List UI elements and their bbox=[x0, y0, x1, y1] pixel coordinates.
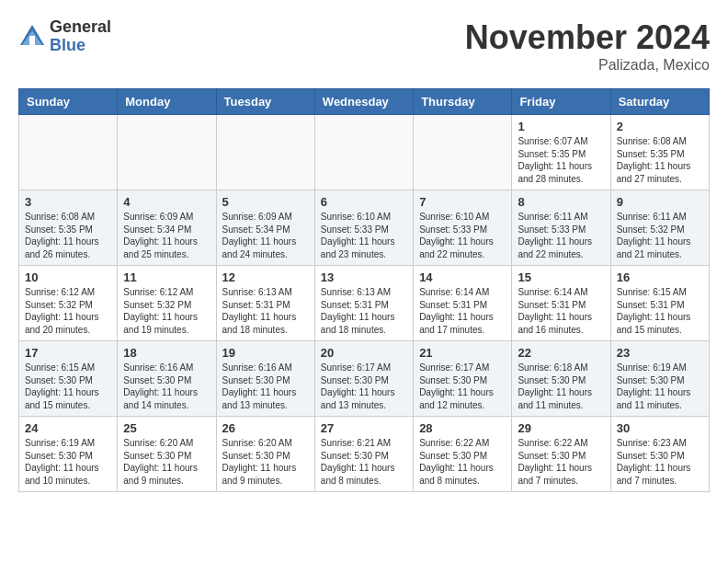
calendar-day-cell: 3Sunrise: 6:08 AMSunset: 5:35 PMDaylight… bbox=[19, 190, 118, 266]
day-info: Sunrise: 6:10 AMSunset: 5:33 PMDaylight:… bbox=[321, 211, 407, 260]
day-number: 13 bbox=[321, 270, 407, 284]
calendar-day-cell bbox=[414, 115, 512, 190]
day-info: Sunrise: 6:17 AMSunset: 5:30 PMDaylight:… bbox=[419, 362, 506, 411]
day-info: Sunrise: 6:13 AMSunset: 5:31 PMDaylight:… bbox=[222, 286, 309, 336]
day-number: 30 bbox=[617, 421, 703, 435]
day-number: 5 bbox=[222, 195, 309, 209]
day-number: 10 bbox=[25, 270, 111, 284]
day-number: 12 bbox=[222, 270, 309, 284]
calendar-day-cell: 5Sunrise: 6:09 AMSunset: 5:34 PMDaylight… bbox=[216, 190, 314, 266]
day-info: Sunrise: 6:20 AMSunset: 5:30 PMDaylight:… bbox=[123, 437, 210, 487]
day-info: Sunrise: 6:20 AMSunset: 5:30 PMDaylight:… bbox=[222, 437, 309, 487]
day-info: Sunrise: 6:08 AMSunset: 5:35 PMDaylight:… bbox=[617, 135, 703, 185]
day-number: 17 bbox=[25, 346, 111, 360]
calendar-day-cell bbox=[216, 115, 314, 190]
calendar-day-cell: 24Sunrise: 6:19 AMSunset: 5:30 PMDayligh… bbox=[19, 417, 118, 492]
day-info: Sunrise: 6:08 AMSunset: 5:35 PMDaylight:… bbox=[25, 211, 111, 260]
day-number: 22 bbox=[518, 346, 604, 360]
logo-icon bbox=[18, 23, 46, 51]
calendar-week-row: 10Sunrise: 6:12 AMSunset: 5:32 PMDayligh… bbox=[19, 266, 710, 341]
day-info: Sunrise: 6:22 AMSunset: 5:30 PMDaylight:… bbox=[419, 437, 506, 487]
calendar-week-row: 3Sunrise: 6:08 AMSunset: 5:35 PMDaylight… bbox=[19, 190, 710, 266]
logo-blue: Blue bbox=[50, 37, 111, 55]
calendar-day-cell: 30Sunrise: 6:23 AMSunset: 5:30 PMDayligh… bbox=[610, 417, 709, 492]
day-info: Sunrise: 6:11 AMSunset: 5:32 PMDaylight:… bbox=[617, 211, 703, 260]
month-title: November 2024 bbox=[465, 18, 710, 57]
day-info: Sunrise: 6:09 AMSunset: 5:34 PMDaylight:… bbox=[222, 211, 309, 260]
day-number: 14 bbox=[419, 270, 506, 284]
day-info: Sunrise: 6:14 AMSunset: 5:31 PMDaylight:… bbox=[419, 286, 506, 336]
calendar-day-cell: 7Sunrise: 6:10 AMSunset: 5:33 PMDaylight… bbox=[414, 190, 512, 266]
weekday-header-sunday: Sunday bbox=[19, 89, 118, 115]
calendar-day-cell bbox=[19, 115, 118, 190]
weekday-header-thursday: Thursday bbox=[414, 89, 512, 115]
day-number: 24 bbox=[25, 421, 111, 435]
day-number: 19 bbox=[222, 346, 309, 360]
calendar-day-cell: 28Sunrise: 6:22 AMSunset: 5:30 PMDayligh… bbox=[414, 417, 512, 492]
day-info: Sunrise: 6:16 AMSunset: 5:30 PMDaylight:… bbox=[123, 362, 210, 411]
calendar-day-cell: 29Sunrise: 6:22 AMSunset: 5:30 PMDayligh… bbox=[512, 417, 610, 492]
calendar-day-cell: 12Sunrise: 6:13 AMSunset: 5:31 PMDayligh… bbox=[216, 266, 314, 341]
calendar-day-cell: 18Sunrise: 6:16 AMSunset: 5:30 PMDayligh… bbox=[118, 341, 216, 417]
day-info: Sunrise: 6:22 AMSunset: 5:30 PMDaylight:… bbox=[518, 437, 604, 487]
calendar-day-cell: 27Sunrise: 6:21 AMSunset: 5:30 PMDayligh… bbox=[314, 417, 413, 492]
calendar-day-cell: 9Sunrise: 6:11 AMSunset: 5:32 PMDaylight… bbox=[610, 190, 709, 266]
calendar-day-cell: 23Sunrise: 6:19 AMSunset: 5:30 PMDayligh… bbox=[610, 341, 709, 417]
svg-rect-2 bbox=[29, 36, 35, 45]
weekday-header-friday: Friday bbox=[512, 89, 610, 115]
calendar-day-cell: 26Sunrise: 6:20 AMSunset: 5:30 PMDayligh… bbox=[216, 417, 314, 492]
calendar-table: SundayMondayTuesdayWednesdayThursdayFrid… bbox=[18, 88, 710, 492]
calendar-day-cell: 1Sunrise: 6:07 AMSunset: 5:35 PMDaylight… bbox=[512, 115, 610, 190]
title-block: November 2024 Palizada, Mexico bbox=[465, 18, 710, 74]
calendar-day-cell: 4Sunrise: 6:09 AMSunset: 5:34 PMDaylight… bbox=[118, 190, 216, 266]
day-number: 18 bbox=[123, 346, 210, 360]
day-number: 8 bbox=[518, 195, 604, 209]
calendar-day-cell: 19Sunrise: 6:16 AMSunset: 5:30 PMDayligh… bbox=[216, 341, 314, 417]
weekday-header-saturday: Saturday bbox=[610, 89, 709, 115]
calendar-day-cell: 14Sunrise: 6:14 AMSunset: 5:31 PMDayligh… bbox=[414, 266, 512, 341]
weekday-header-wednesday: Wednesday bbox=[314, 89, 413, 115]
location: Palizada, Mexico bbox=[465, 57, 710, 74]
day-number: 27 bbox=[321, 421, 407, 435]
day-number: 25 bbox=[123, 421, 210, 435]
calendar-day-cell: 16Sunrise: 6:15 AMSunset: 5:31 PMDayligh… bbox=[610, 266, 709, 341]
calendar-week-row: 1Sunrise: 6:07 AMSunset: 5:35 PMDaylight… bbox=[19, 115, 710, 190]
day-info: Sunrise: 6:12 AMSunset: 5:32 PMDaylight:… bbox=[123, 286, 210, 336]
calendar-day-cell: 17Sunrise: 6:15 AMSunset: 5:30 PMDayligh… bbox=[19, 341, 118, 417]
day-number: 3 bbox=[25, 195, 111, 209]
day-info: Sunrise: 6:17 AMSunset: 5:30 PMDaylight:… bbox=[321, 362, 407, 411]
calendar-day-cell: 11Sunrise: 6:12 AMSunset: 5:32 PMDayligh… bbox=[118, 266, 216, 341]
day-info: Sunrise: 6:15 AMSunset: 5:30 PMDaylight:… bbox=[25, 362, 111, 411]
page-header: General Blue November 2024 Palizada, Mex… bbox=[18, 18, 710, 74]
day-number: 7 bbox=[419, 195, 506, 209]
day-info: Sunrise: 6:14 AMSunset: 5:31 PMDaylight:… bbox=[518, 286, 604, 336]
day-info: Sunrise: 6:23 AMSunset: 5:30 PMDaylight:… bbox=[617, 437, 703, 487]
calendar-day-cell: 22Sunrise: 6:18 AMSunset: 5:30 PMDayligh… bbox=[512, 341, 610, 417]
calendar-day-cell: 10Sunrise: 6:12 AMSunset: 5:32 PMDayligh… bbox=[19, 266, 118, 341]
weekday-header-monday: Monday bbox=[118, 89, 216, 115]
calendar-week-row: 24Sunrise: 6:19 AMSunset: 5:30 PMDayligh… bbox=[19, 417, 710, 492]
day-info: Sunrise: 6:19 AMSunset: 5:30 PMDaylight:… bbox=[25, 437, 111, 487]
day-info: Sunrise: 6:16 AMSunset: 5:30 PMDaylight:… bbox=[222, 362, 309, 411]
logo-text: General Blue bbox=[50, 18, 111, 55]
calendar-day-cell: 8Sunrise: 6:11 AMSunset: 5:33 PMDaylight… bbox=[512, 190, 610, 266]
weekday-header-row: SundayMondayTuesdayWednesdayThursdayFrid… bbox=[19, 89, 710, 115]
weekday-header-tuesday: Tuesday bbox=[216, 89, 314, 115]
day-number: 21 bbox=[419, 346, 506, 360]
day-number: 1 bbox=[518, 120, 604, 133]
day-number: 20 bbox=[321, 346, 407, 360]
day-info: Sunrise: 6:13 AMSunset: 5:31 PMDaylight:… bbox=[321, 286, 407, 336]
day-info: Sunrise: 6:21 AMSunset: 5:30 PMDaylight:… bbox=[321, 437, 407, 487]
day-number: 4 bbox=[123, 195, 210, 209]
day-number: 11 bbox=[123, 270, 210, 284]
day-number: 15 bbox=[518, 270, 604, 284]
day-number: 9 bbox=[617, 195, 703, 209]
logo-general: General bbox=[50, 18, 111, 37]
calendar-day-cell: 13Sunrise: 6:13 AMSunset: 5:31 PMDayligh… bbox=[314, 266, 413, 341]
calendar-week-row: 17Sunrise: 6:15 AMSunset: 5:30 PMDayligh… bbox=[19, 341, 710, 417]
calendar-day-cell: 21Sunrise: 6:17 AMSunset: 5:30 PMDayligh… bbox=[414, 341, 512, 417]
day-info: Sunrise: 6:09 AMSunset: 5:34 PMDaylight:… bbox=[123, 211, 210, 260]
day-info: Sunrise: 6:07 AMSunset: 5:35 PMDaylight:… bbox=[518, 135, 604, 185]
day-number: 26 bbox=[222, 421, 309, 435]
day-info: Sunrise: 6:11 AMSunset: 5:33 PMDaylight:… bbox=[518, 211, 604, 260]
